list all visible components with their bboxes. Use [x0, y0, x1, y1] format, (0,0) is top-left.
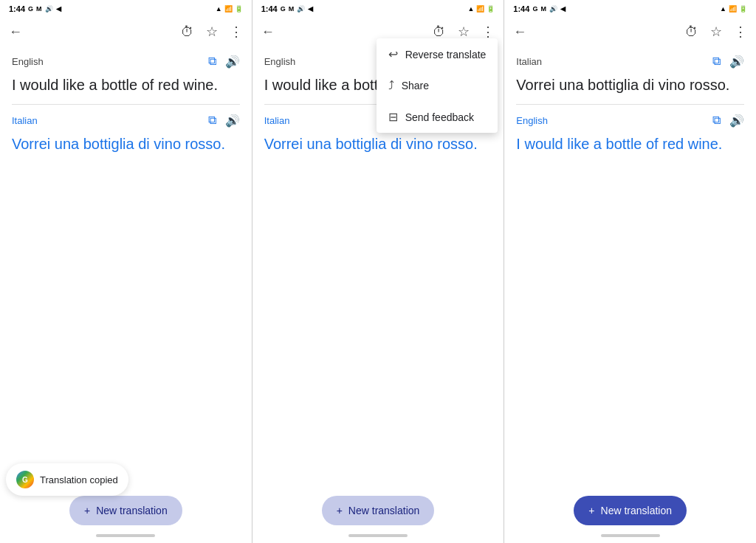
share-icon-2: ⤴ [388, 79, 394, 92]
translation-lang-row-1: Italian ⧉ 🔊 [12, 114, 240, 128]
nav-left-3: ← [513, 24, 526, 40]
home-indicator-1 [96, 534, 155, 537]
phone-1: 1:44 G M 🔊 ◀ ▲ 📶 🔋 ← ⏱ ☆ ⋮ [0, 0, 252, 543]
phones-container: 1:44 G M 🔊 ◀ ▲ 📶 🔋 ← ⏱ ☆ ⋮ [0, 0, 756, 543]
back-button-3[interactable]: ← [513, 24, 526, 40]
status-bar-3: 1:44 G M 🔊 ◀ ▲ 📶 🔋 [504, 0, 756, 18]
status-icons-2: ▲ 📶 🔋 [467, 5, 495, 13]
back-button-2[interactable]: ← [261, 24, 275, 40]
nav-right-2: ⏱ ☆ ⋮ [433, 24, 495, 40]
translation-lang-label-3: English [516, 115, 548, 126]
dropdown-feedback-2[interactable]: ⊟ Send feedback [377, 101, 498, 133]
plus-icon-2: + [337, 505, 343, 516]
source-lang-row-3: Italian ⧉ 🔊 [516, 55, 744, 69]
bottom-area-1: + New translation [0, 496, 252, 543]
plus-icon-1: + [84, 505, 90, 516]
bottom-area-2: + New translation [252, 496, 504, 543]
translation-section-3: English ⧉ 🔊 I would like a bottle of red… [504, 105, 756, 163]
nav-bar-1: ← ⏱ ☆ ⋮ [0, 18, 252, 46]
back-button-1[interactable]: ← [9, 24, 22, 40]
status-time-1: 1:44 G M 🔊 ◀ [9, 4, 61, 13]
star-icon-1[interactable]: ☆ [206, 24, 218, 40]
sound-icon-source-1[interactable]: 🔊 [225, 55, 240, 69]
status-time-3: 1:44 G M 🔊 ◀ [513, 4, 566, 13]
status-time-2: 1:44 G M 🔊 ◀ [261, 4, 314, 13]
translation-text-1: Vorrei una bottiglia di vino rosso. [12, 134, 240, 154]
translation-text-2: Vorrei una bottiglia di vino rosso. [264, 134, 492, 154]
star-icon-3[interactable]: ☆ [710, 24, 722, 40]
nav-left-1: ← [9, 24, 22, 40]
status-bar-2: 1:44 G M 🔊 ◀ ▲ 📶 🔋 [252, 0, 504, 18]
translation-lang-icons-3: ⧉ 🔊 [712, 114, 744, 128]
source-lang-icons-3: ⧉ 🔊 [712, 55, 744, 69]
dropdown-share-2[interactable]: ⤴ Share [377, 70, 498, 101]
history-icon-2[interactable]: ⏱ [433, 24, 446, 40]
status-icons-1: ▲ 📶 🔋 [216, 5, 243, 13]
reverse-icon-2: ↩ [388, 47, 398, 61]
new-translation-label-1: New translation [96, 505, 168, 516]
source-text-1: I would like a bottle of red wine. [12, 75, 240, 95]
source-lang-row-1: English ⧉ 🔊 [12, 55, 240, 69]
dropdown-reverse-2[interactable]: ↩ Reverse translate [377, 38, 498, 70]
translation-lang-row-3: English ⧉ 🔊 [516, 114, 744, 128]
translation-section-1: Italian ⧉ 🔊 Vorrei una bottiglia di vino… [0, 105, 252, 163]
copy-icon-translation-3[interactable]: ⧉ [712, 114, 721, 128]
source-section-3: Italian ⧉ 🔊 Vorrei una bottiglia di vino… [504, 46, 756, 104]
nav-bar-3: ← ⏱ ☆ ⋮ [504, 18, 756, 46]
phone-2: 1:44 G M 🔊 ◀ ▲ 📶 🔋 ← ⏱ ☆ ⋮ [252, 0, 505, 543]
history-icon-1[interactable]: ⏱ [181, 24, 194, 40]
nav-left-2: ← [261, 24, 275, 40]
nav-right-1: ⏱ ☆ ⋮ [181, 24, 243, 40]
star-icon-2[interactable]: ☆ [458, 24, 470, 40]
source-lang-icons-1: ⧉ 🔊 [208, 55, 240, 69]
source-lang-label-2: English [264, 56, 296, 67]
translation-lang-icons-1: ⧉ 🔊 [208, 114, 240, 128]
new-translation-btn-2[interactable]: + New translation [322, 496, 435, 525]
translation-lang-label-2: Italian [264, 115, 290, 126]
source-lang-label-1: English [12, 56, 44, 67]
feedback-icon-2: ⊟ [388, 110, 398, 124]
toast-1: G Translation copied [6, 463, 128, 496]
translation-text-3: I would like a bottle of red wine. [516, 134, 744, 154]
home-indicator-2 [348, 534, 408, 537]
reverse-label-2: Reverse translate [405, 49, 487, 60]
nav-right-3: ⏱ ☆ ⋮ [685, 24, 747, 40]
feedback-label-2: Send feedback [405, 111, 474, 123]
new-translation-label-3: New translation [601, 505, 673, 516]
translation-lang-label-1: Italian [12, 115, 38, 126]
source-text-3: Vorrei una bottiglia di vino rosso. [516, 75, 744, 95]
sound-icon-source-3[interactable]: 🔊 [729, 55, 744, 69]
copy-icon-translation-1[interactable]: ⧉ [208, 114, 216, 128]
copy-icon-source-1[interactable]: ⧉ [208, 55, 216, 69]
copy-icon-source-3[interactable]: ⧉ [712, 55, 721, 69]
new-translation-label-2: New translation [348, 505, 420, 516]
toast-icon-1: G [16, 471, 34, 488]
content-3: Italian ⧉ 🔊 Vorrei una bottiglia di vino… [504, 46, 756, 543]
plus-icon-3: + [588, 505, 594, 516]
status-bar-1: 1:44 G M 🔊 ◀ ▲ 📶 🔋 [0, 0, 252, 18]
sound-icon-translation-1[interactable]: 🔊 [225, 114, 240, 128]
more-icon-3[interactable]: ⋮ [734, 24, 747, 40]
source-lang-label-3: Italian [516, 56, 542, 67]
home-indicator-3 [601, 534, 660, 537]
status-icons-3: ▲ 📶 🔋 [720, 5, 747, 13]
bottom-area-3: + New translation [504, 496, 756, 543]
share-label-2: Share [402, 80, 429, 91]
new-translation-btn-1[interactable]: + New translation [69, 496, 182, 525]
sound-icon-translation-3[interactable]: 🔊 [729, 114, 744, 128]
dropdown-menu-2: ↩ Reverse translate ⤴ Share ⊟ Send feedb… [377, 38, 498, 133]
phone-3: 1:44 G M 🔊 ◀ ▲ 📶 🔋 ← ⏱ ☆ ⋮ [504, 0, 756, 543]
more-icon-2[interactable]: ⋮ [481, 24, 495, 40]
history-icon-3[interactable]: ⏱ [685, 24, 698, 40]
more-icon-1[interactable]: ⋮ [230, 24, 243, 40]
toast-text-1: Translation copied [40, 474, 118, 485]
source-section-1: English ⧉ 🔊 I would like a bottle of red… [0, 46, 252, 104]
new-translation-btn-3[interactable]: + New translation [574, 496, 687, 525]
